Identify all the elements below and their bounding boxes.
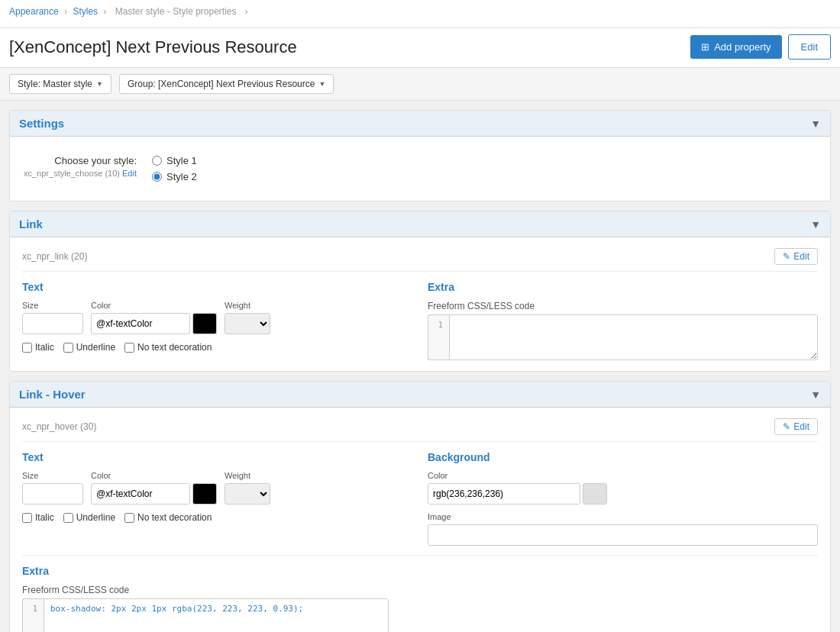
choose-style-row: Choose your style: xc_npr_style_choose (… [22, 147, 818, 190]
choose-style-label: Choose your style: [22, 155, 137, 166]
link-text-col: Text Size Color @xf-textColor [22, 281, 412, 360]
hover-bg-title: Background [428, 451, 818, 463]
hover-weight-group: Weight [225, 471, 270, 505]
link-toggle-icon[interactable]: ▼ [810, 218, 821, 231]
hover-bg-col: Background Color rgb(236,236,236) Image [428, 451, 818, 546]
style1-radio[interactable] [152, 156, 162, 166]
style1-label: Style 1 [166, 155, 197, 166]
hover-freeform-wrapper: 1 box-shadow: 2px 2px 1px rgba(223, 223,… [22, 598, 389, 632]
link-color-input[interactable]: @xf-textColor [91, 313, 190, 334]
hover-edit-pencil-icon: ✎ [783, 421, 790, 432]
style2-radio[interactable] [152, 172, 162, 182]
breadcrumb-styles[interactable]: Styles [73, 6, 98, 17]
plus-icon: ⊞ [701, 41, 709, 53]
hover-freeform-code: box-shadow: 2px 2px 1px rgba(223, 223, 2… [44, 598, 389, 632]
hover-size-group: Size [22, 471, 83, 505]
breadcrumb-appearance[interactable]: Appearance [9, 6, 59, 17]
style2-option[interactable]: Style 2 [152, 171, 197, 182]
hover-bg-image-input[interactable] [428, 524, 818, 546]
hover-size-label: Size [22, 471, 83, 480]
link-hover-section-header: Link - Hover ▼ [10, 382, 830, 408]
choose-style-sub: xc_npr_style_choose (10) [24, 169, 120, 178]
link-freeform-textarea[interactable] [449, 314, 818, 360]
edit-button[interactable]: Edit [788, 34, 831, 60]
link-edit-button[interactable]: ✎ Edit [774, 248, 818, 265]
link-color-group: Color @xf-textColor [91, 301, 217, 334]
link-underline-checkbox[interactable] [63, 343, 73, 353]
link-weight-label: Weight [225, 301, 270, 310]
hover-weight-label: Weight [225, 471, 270, 480]
link-size-group: Size [22, 301, 83, 334]
link-size-input[interactable] [22, 313, 83, 334]
hover-color-input[interactable]: @xf-textColor [91, 483, 190, 505]
link-italic-check[interactable]: Italic [22, 342, 54, 353]
hover-color-label: Color [91, 471, 217, 480]
settings-toggle-icon[interactable]: ▼ [810, 118, 821, 130]
hover-bg-image-group: Image [428, 512, 818, 546]
hover-color-group: Color @xf-textColor [91, 471, 217, 505]
link-hover-meta: xc_npr_hover (30) [22, 421, 96, 432]
link-extra-col: Extra Freeform CSS/LESS code 1 [428, 281, 818, 360]
link-underline-check[interactable]: Underline [63, 342, 115, 353]
main-content: Settings ▼ Choose your style: xc_npr_sty… [0, 101, 840, 632]
link-checkbox-row: Italic Underline No text decoration [22, 342, 412, 353]
settings-section-header: Settings ▼ [10, 111, 830, 137]
link-meta: xc_npr_link (20) [22, 251, 87, 262]
link-hover-section: Link - Hover ▼ xc_npr_hover (30) ✎ Edit … [9, 381, 831, 632]
hover-bg-color-swatch[interactable] [583, 483, 607, 505]
link-weight-select[interactable] [225, 313, 270, 334]
link-no-decoration-check[interactable]: No text decoration [124, 342, 212, 353]
edit-pencil-icon: ✎ [783, 251, 790, 262]
hover-freeform-label: Freeform CSS/LESS code [22, 585, 818, 595]
breadcrumb-current: Master style - Style properties [115, 6, 237, 17]
style2-label: Style 2 [166, 171, 197, 182]
style-filter-dropdown[interactable]: Style: Master style [9, 74, 111, 94]
hover-italic-label: Italic [35, 512, 54, 523]
link-color-label: Color [91, 301, 217, 310]
link-underline-label: Underline [76, 342, 115, 353]
link-italic-label: Italic [35, 342, 54, 353]
settings-section: Settings ▼ Choose your style: xc_npr_sty… [9, 110, 831, 202]
hover-italic-check[interactable]: Italic [22, 512, 54, 523]
link-hover-section-body: xc_npr_hover (30) ✎ Edit Text Size [10, 408, 830, 632]
choose-style-edit-link[interactable]: Edit [122, 169, 137, 178]
link-section-body: xc_npr_link (20) ✎ Edit Text Size [10, 237, 830, 371]
settings-section-body: Choose your style: xc_npr_style_choose (… [10, 137, 830, 201]
add-property-button[interactable]: ⊞ Add property [690, 35, 781, 59]
link-section: Link ▼ xc_npr_link (20) ✎ Edit Text Size [9, 211, 831, 372]
hover-color-swatch[interactable] [192, 483, 217, 505]
group-filter-dropdown[interactable]: Group: [XenConcept] Next Previous Resour… [119, 74, 334, 94]
link-hover-section-title: Link - Hover [19, 388, 86, 401]
link-color-swatch[interactable] [192, 313, 217, 334]
link-weight-group: Weight [225, 301, 270, 334]
link-section-header: Link ▼ [10, 211, 830, 237]
header-actions: ⊞ Add property Edit [690, 34, 831, 60]
style1-option[interactable]: Style 1 [152, 155, 197, 166]
link-line-numbers: 1 [428, 314, 449, 360]
filter-bar: Style: Master style Group: [XenConcept] … [0, 68, 840, 101]
hover-italic-checkbox[interactable] [22, 513, 32, 523]
link-size-label: Size [22, 301, 83, 310]
hover-freeform-code-text: box-shadow: 2px 2px 1px rgba(223, 223, 2… [50, 604, 303, 614]
hover-bg-color-label: Color [428, 471, 818, 480]
hover-no-decoration-label: No text decoration [137, 512, 212, 523]
link-italic-checkbox[interactable] [22, 343, 32, 353]
hover-no-decoration-checkbox[interactable] [124, 513, 134, 523]
breadcrumb: Appearance › Styles › Master style - Sty… [9, 6, 831, 17]
link-section-title: Link [19, 218, 43, 231]
link-hover-toggle-icon[interactable]: ▼ [810, 389, 821, 401]
hover-bg-color-input[interactable]: rgb(236,236,236) [428, 483, 580, 505]
hover-no-decoration-check[interactable]: No text decoration [124, 512, 212, 523]
page-header: [XenConcept] Next Previous Resource ⊞ Ad… [0, 28, 840, 68]
hover-bg-image-label: Image [428, 512, 818, 521]
link-hover-edit-button[interactable]: ✎ Edit [774, 418, 818, 435]
hover-weight-select[interactable] [225, 483, 270, 505]
hover-underline-check[interactable]: Underline [63, 512, 115, 523]
link-freeform-wrapper: 1 [428, 314, 818, 360]
hover-size-input[interactable] [22, 483, 83, 505]
hover-text-title: Text [22, 451, 412, 463]
link-no-decoration-checkbox[interactable] [124, 343, 134, 353]
hover-text-fields: Size Color @xf-textColor Weight [22, 471, 412, 505]
link-no-decoration-label: No text decoration [137, 342, 212, 353]
hover-underline-checkbox[interactable] [63, 513, 73, 523]
